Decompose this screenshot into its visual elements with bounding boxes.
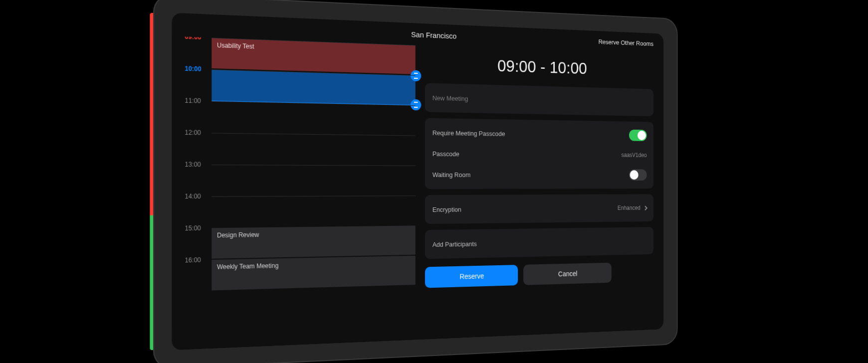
hour-row[interactable]: 14:00 xyxy=(185,195,415,228)
require-passcode-toggle[interactable] xyxy=(629,130,647,141)
passcode-value[interactable]: saasV1deo xyxy=(621,152,647,159)
reserve-other-rooms-link[interactable]: Reserve Other Rooms xyxy=(599,31,654,54)
require-passcode-label: Require Meeting Passcode xyxy=(433,129,505,137)
hour-row[interactable]: 11:00 xyxy=(185,101,415,136)
hour-label: 14:00 xyxy=(185,192,210,200)
tablet-device: San Francisco Reserve Other Rooms Usabil… xyxy=(153,0,677,363)
add-participants-label: Add Participants xyxy=(433,240,477,248)
meeting-topic-placeholder: New Meeting xyxy=(433,94,468,102)
selected-time-range: 09:00 - 10:00 xyxy=(425,53,654,80)
cancel-button[interactable]: Cancel xyxy=(523,263,612,285)
hour-line xyxy=(212,133,415,136)
hour-label: 11:00 xyxy=(185,97,210,105)
calendar-event[interactable]: Weekly Team Meeting xyxy=(212,256,415,291)
hour-row[interactable]: 13:00 xyxy=(185,165,415,196)
reserve-button[interactable]: Reserve xyxy=(425,265,518,288)
hour-label: 15:00 xyxy=(185,224,210,232)
encryption-row[interactable]: Encryption Enhanced xyxy=(425,194,654,224)
selection-handle-top[interactable] xyxy=(411,70,421,82)
reservation-form: 09:00 - 10:00 New Meeting Require Meetin… xyxy=(425,45,654,328)
timeline[interactable]: Usability TestDesign ReviewWeekly Team M… xyxy=(185,37,415,292)
add-participants-row[interactable]: Add Participants xyxy=(425,227,654,259)
calendar-event[interactable]: Usability Test xyxy=(212,38,415,74)
hour-row[interactable]: 16:00 xyxy=(185,256,415,292)
hour-label: 12:00 xyxy=(185,129,210,137)
passcode-label: Passcode xyxy=(433,150,459,157)
waiting-room-toggle[interactable] xyxy=(629,169,647,181)
security-settings-card: Require Meeting Passcode Passcode saasV1… xyxy=(425,118,654,189)
room-name: San Francisco xyxy=(411,30,456,40)
hour-line xyxy=(212,225,415,228)
screen: San Francisco Reserve Other Rooms Usabil… xyxy=(172,13,663,351)
hour-row[interactable]: 09:00 xyxy=(185,37,415,75)
status-light-edge xyxy=(150,13,153,350)
encryption-value: Enhanced xyxy=(618,204,647,211)
calendar-event[interactable]: Design Review xyxy=(212,225,415,258)
hour-line xyxy=(212,101,415,106)
hour-label: 13:00 xyxy=(185,161,210,168)
hour-line xyxy=(212,256,415,260)
hour-line xyxy=(212,38,415,46)
selection-handle-bottom[interactable] xyxy=(411,99,421,111)
hour-line xyxy=(212,69,415,76)
hour-row[interactable]: 10:00 xyxy=(185,69,415,106)
hour-line xyxy=(212,165,415,166)
encryption-label: Encryption xyxy=(433,205,461,213)
waiting-room-label: Waiting Room xyxy=(433,171,470,178)
hour-label: 16:00 xyxy=(185,256,210,264)
hour-row[interactable]: 15:00 xyxy=(185,225,415,260)
chevron-right-icon xyxy=(643,206,647,210)
meeting-topic-input[interactable]: New Meeting xyxy=(425,83,654,117)
hour-line xyxy=(212,195,415,197)
hour-label: 10:00 xyxy=(185,65,210,73)
hour-row[interactable]: 12:00 xyxy=(185,133,415,166)
hour-label: 09:00 xyxy=(185,36,210,41)
time-selection[interactable] xyxy=(212,69,415,105)
